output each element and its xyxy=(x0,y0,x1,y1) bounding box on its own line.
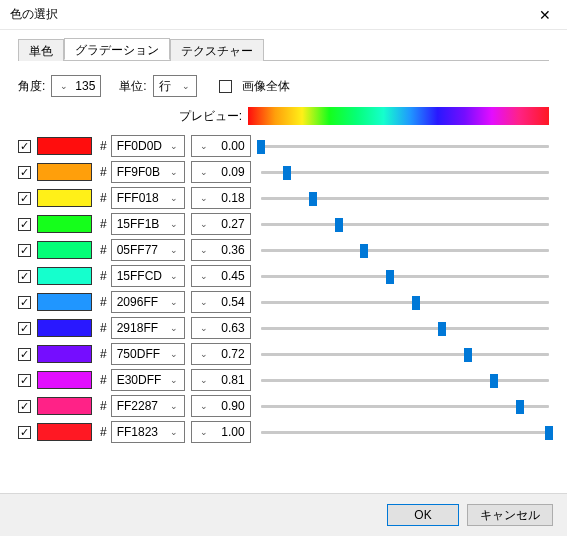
slider-thumb[interactable] xyxy=(386,270,394,284)
slider-thumb[interactable] xyxy=(438,322,446,336)
position-value: 0.72 xyxy=(219,347,247,361)
color-swatch[interactable] xyxy=(37,397,92,415)
hex-combo[interactable]: E30DFF⌄ xyxy=(111,369,185,391)
slider-thumb[interactable] xyxy=(464,348,472,362)
hash-label: # xyxy=(100,425,107,439)
slider-thumb[interactable] xyxy=(257,140,265,154)
tab-solid[interactable]: 単色 xyxy=(18,39,64,61)
tab-texture[interactable]: テクスチャー xyxy=(170,39,264,61)
slider-thumb[interactable] xyxy=(360,244,368,258)
stop-enable-checkbox[interactable]: ✓ xyxy=(18,218,31,231)
stop-enable-checkbox[interactable]: ✓ xyxy=(18,244,31,257)
slider-thumb[interactable] xyxy=(545,426,553,440)
preview-row: プレビュー: xyxy=(18,107,549,125)
color-swatch[interactable] xyxy=(37,293,92,311)
hex-combo[interactable]: 05FF77⌄ xyxy=(111,239,185,261)
hash-label: # xyxy=(100,347,107,361)
stop-enable-checkbox[interactable]: ✓ xyxy=(18,426,31,439)
hex-combo[interactable]: 15FFCD⌄ xyxy=(111,265,185,287)
position-combo[interactable]: ⌄0.54 xyxy=(191,291,251,313)
tab-gradient[interactable]: グラデーション xyxy=(64,38,170,60)
cancel-button[interactable]: キャンセル xyxy=(467,504,553,526)
position-combo[interactable]: ⌄1.00 xyxy=(191,421,251,443)
hex-combo[interactable]: FF0D0D⌄ xyxy=(111,135,185,157)
position-combo[interactable]: ⌄0.36 xyxy=(191,239,251,261)
slider-track xyxy=(261,145,549,148)
ok-button[interactable]: OK xyxy=(387,504,459,526)
position-slider[interactable] xyxy=(261,137,549,155)
color-swatch[interactable] xyxy=(37,371,92,389)
hex-combo[interactable]: 750DFF⌄ xyxy=(111,343,185,365)
stop-row: ✓#750DFF⌄⌄0.72 xyxy=(18,343,549,365)
hex-combo[interactable]: FF9F0B⌄ xyxy=(111,161,185,183)
position-slider[interactable] xyxy=(261,423,549,441)
hex-combo[interactable]: FFF018⌄ xyxy=(111,187,185,209)
slider-thumb[interactable] xyxy=(283,166,291,180)
slider-thumb[interactable] xyxy=(309,192,317,206)
stop-enable-checkbox[interactable]: ✓ xyxy=(18,322,31,335)
position-slider[interactable] xyxy=(261,371,549,389)
position-slider[interactable] xyxy=(261,189,549,207)
chevron-down-icon: ⌄ xyxy=(57,81,71,91)
titlebar: 色の選択 ✕ xyxy=(0,0,567,30)
color-swatch[interactable] xyxy=(37,163,92,181)
color-swatch[interactable] xyxy=(37,319,92,337)
chevron-down-icon: ⌄ xyxy=(197,167,211,177)
slider-thumb[interactable] xyxy=(516,400,524,414)
hash-label: # xyxy=(100,373,107,387)
position-combo[interactable]: ⌄0.09 xyxy=(191,161,251,183)
hex-combo[interactable]: 2918FF⌄ xyxy=(111,317,185,339)
position-combo[interactable]: ⌄0.00 xyxy=(191,135,251,157)
position-combo[interactable]: ⌄0.45 xyxy=(191,265,251,287)
unit-value: 行 xyxy=(159,78,179,95)
hex-combo[interactable]: FF1823⌄ xyxy=(111,421,185,443)
stop-enable-checkbox[interactable]: ✓ xyxy=(18,270,31,283)
position-combo[interactable]: ⌄0.27 xyxy=(191,213,251,235)
position-slider[interactable] xyxy=(261,345,549,363)
chevron-down-icon: ⌄ xyxy=(167,297,181,307)
position-slider[interactable] xyxy=(261,163,549,181)
hex-combo[interactable]: 15FF1B⌄ xyxy=(111,213,185,235)
position-slider[interactable] xyxy=(261,267,549,285)
close-button[interactable]: ✕ xyxy=(522,0,567,30)
unit-combo[interactable]: 行 ⌄ xyxy=(153,75,197,97)
position-combo[interactable]: ⌄0.63 xyxy=(191,317,251,339)
slider-thumb[interactable] xyxy=(412,296,420,310)
hex-combo[interactable]: FF2287⌄ xyxy=(111,395,185,417)
color-swatch[interactable] xyxy=(37,423,92,441)
position-slider[interactable] xyxy=(261,319,549,337)
stop-enable-checkbox[interactable]: ✓ xyxy=(18,348,31,361)
stop-row: ✓#FF1823⌄⌄1.00 xyxy=(18,421,549,443)
stop-row: ✓#E30DFF⌄⌄0.81 xyxy=(18,369,549,391)
slider-thumb[interactable] xyxy=(490,374,498,388)
position-slider[interactable] xyxy=(261,293,549,311)
stop-enable-checkbox[interactable]: ✓ xyxy=(18,296,31,309)
color-swatch[interactable] xyxy=(37,345,92,363)
position-slider[interactable] xyxy=(261,241,549,259)
chevron-down-icon: ⌄ xyxy=(167,167,181,177)
stop-enable-checkbox[interactable]: ✓ xyxy=(18,166,31,179)
color-swatch[interactable] xyxy=(37,137,92,155)
whole-image-checkbox[interactable] xyxy=(219,80,232,93)
color-swatch[interactable] xyxy=(37,215,92,233)
hash-label: # xyxy=(100,269,107,283)
preview-gradient xyxy=(248,107,549,125)
slider-track xyxy=(261,353,549,356)
position-slider[interactable] xyxy=(261,397,549,415)
position-combo[interactable]: ⌄0.72 xyxy=(191,343,251,365)
position-slider[interactable] xyxy=(261,215,549,233)
color-swatch[interactable] xyxy=(37,241,92,259)
angle-combo[interactable]: ⌄ 135 xyxy=(51,75,101,97)
slider-thumb[interactable] xyxy=(335,218,343,232)
stop-enable-checkbox[interactable]: ✓ xyxy=(18,400,31,413)
position-combo[interactable]: ⌄0.90 xyxy=(191,395,251,417)
color-swatch[interactable] xyxy=(37,267,92,285)
position-combo[interactable]: ⌄0.18 xyxy=(191,187,251,209)
hex-value: FF9F0B xyxy=(117,165,162,179)
stop-enable-checkbox[interactable]: ✓ xyxy=(18,192,31,205)
hex-combo[interactable]: 2096FF⌄ xyxy=(111,291,185,313)
color-swatch[interactable] xyxy=(37,189,92,207)
position-combo[interactable]: ⌄0.81 xyxy=(191,369,251,391)
stop-enable-checkbox[interactable]: ✓ xyxy=(18,374,31,387)
stop-enable-checkbox[interactable]: ✓ xyxy=(18,140,31,153)
